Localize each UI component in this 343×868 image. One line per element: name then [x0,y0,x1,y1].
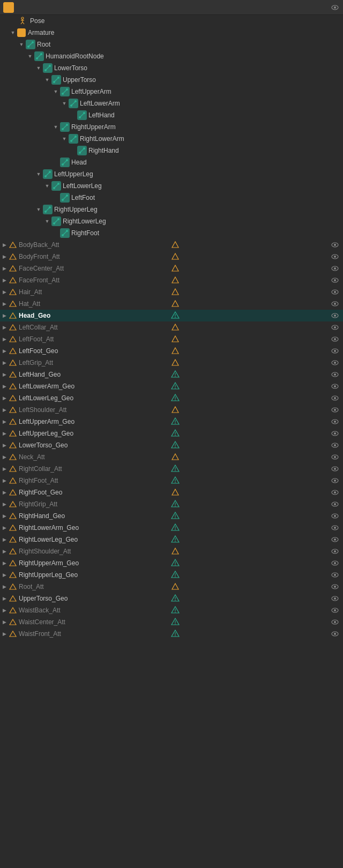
vis-icon-waistfront_att[interactable] [330,629,340,639]
expand-neck_att[interactable] [0,453,9,461]
expand-hat_att[interactable] [0,300,9,308]
expand-waistback_att[interactable] [0,606,9,615]
tree-row-waistfront_att[interactable]: WaistFront_Att [0,628,343,640]
tree-row-leftupperarm[interactable]: LeftUpperArm [0,86,343,98]
vis-icon-hat_att[interactable] [330,299,340,309]
tree-row-righthand[interactable]: RightHand [0,145,343,156]
expand-rightlowerleg_geo[interactable] [0,535,9,544]
vis-icon-waistcenter_att[interactable] [330,617,340,627]
vis-icon-rightupperarm_geo[interactable] [330,558,340,568]
tree-row-leftlowerleg[interactable]: LeftLowerLeg [0,180,343,192]
tree-row-pose[interactable]: Pose [0,15,343,27]
tree-row-leftupperarm_geo[interactable]: LeftUpperArm_Geo [0,416,343,428]
expand-rightshoulder_att[interactable] [0,547,9,556]
tree-row-rightgrip_att[interactable]: RightGrip_Att [0,498,343,510]
vis-icon-head_geo[interactable] [330,311,340,320]
expand-leftupperarm_geo[interactable] [0,417,9,426]
vis-icon-rightupperleg_geo[interactable] [330,570,340,580]
expand-rightupperleg_geo[interactable] [0,571,9,579]
vis-icon-leftlowerarm_geo[interactable] [330,381,340,391]
vis-icon-hair_att[interactable] [330,287,340,297]
tree-row-neck_att[interactable]: Neck_Att [0,451,343,463]
tree-row-rightcollar_att[interactable]: RightCollar_Att [0,463,343,475]
expand-waistcenter_att[interactable] [0,618,9,626]
expand-leftfoot_geo[interactable] [0,347,9,355]
tree-row-bodyback_att[interactable]: BodyBack_Att [0,239,343,251]
tree-row-rightfoot_att[interactable]: RightFoot_Att [0,475,343,487]
tree-row-leftlowerarm[interactable]: LeftLowerArm [0,98,343,109]
tree-row-leftupperleg_geo[interactable]: LeftUpperLeg_Geo [0,428,343,439]
vis-icon-leftgrip_att[interactable] [330,358,340,368]
tree-row-hat_att[interactable]: Hat_Att [0,298,343,310]
expand-leftcollar_att[interactable] [0,323,9,332]
vis-icon-leftcollar_att[interactable] [330,323,340,332]
vis-icon-leftlowerleg_geo[interactable] [330,393,340,403]
expand-leftupperleg_geo[interactable] [0,429,9,438]
tree-row-hair_att[interactable]: Hair_Att [0,286,343,298]
vis-icon-neck_att[interactable] [330,452,340,462]
vis-icon-leftupperleg_geo[interactable] [330,429,340,438]
tree-row-facefront_att[interactable]: FaceFront_Att [0,274,343,286]
tree-row-armature[interactable]: Armature [0,27,343,39]
expand-leftfoot_att[interactable] [0,335,9,343]
tree-row-lefthand_geo[interactable]: LeftHand_Geo [0,369,343,380]
vis-icon-waistback_att[interactable] [330,605,340,615]
tree-row-leftlowerleg_geo[interactable]: LeftLowerLeg_Geo [0,392,343,404]
tree-row-rightlowerleg[interactable]: RightLowerLeg [0,215,343,227]
tree-row-uppertorso_geo[interactable]: UpperTorso_Geo [0,593,343,604]
expand-rightfoot_att[interactable] [0,476,9,485]
tree-row-leftgrip_att[interactable]: LeftGrip_Att [0,357,343,369]
tree-row-rightfoot_geo[interactable]: RightFoot_Geo [0,487,343,498]
vis-icon-leftupperarm_geo[interactable] [330,417,340,426]
vis-icon-facecenter_att[interactable] [330,264,340,273]
expand-leftupperarm[interactable] [51,87,60,96]
expand-facefront_att[interactable] [0,276,9,285]
tree-row-uppertorso[interactable]: UpperTorso [0,74,343,86]
expand-head_geo[interactable] [0,311,9,320]
tree-row-waistcenter_att[interactable]: WaistCenter_Att [0,616,343,628]
tree-row-rightlowerarm_geo[interactable]: RightLowerArm_Geo [0,522,343,534]
vis-icon-leftshoulder_att[interactable] [330,405,340,415]
expand-leftlowerarm[interactable] [60,99,69,108]
expand-leftlowerarm_geo[interactable] [0,382,9,391]
vis-icon-rightshoulder_att[interactable] [330,547,340,556]
expand-rightfoot_geo[interactable] [0,488,9,497]
tree-row-root_att[interactable]: Root_Att [0,581,343,593]
tree-row-rightlowerarm[interactable]: RightLowerArm [0,133,343,145]
expand-humanoid[interactable] [26,52,34,61]
vis-icon-rightcollar_att[interactable] [330,464,340,474]
tree-row-rightupperarm_geo[interactable]: RightUpperArm_Geo [0,557,343,569]
vis-icon-lowertorso_geo[interactable] [330,440,340,450]
expand-bodyback_att[interactable] [0,241,9,249]
tree-row-leftfoot_att[interactable]: LeftFoot_Att [0,333,343,345]
tree-row-rightupperleg_geo[interactable]: RightUpperLeg_Geo [0,569,343,581]
tree-row-rightupperleg[interactable]: RightUpperLeg [0,204,343,215]
expand-rightlowerarm[interactable] [60,134,69,143]
tree-row-leftshoulder_att[interactable]: LeftShoulder_Att [0,404,343,416]
vis-icon-root_att[interactable] [330,582,340,592]
tree-row-leftcollar_att[interactable]: LeftCollar_Att [0,321,343,333]
expand-root[interactable] [17,40,26,49]
tree-row-lowertorso[interactable]: LowerTorso [0,62,343,74]
expand-armature[interactable] [9,28,17,37]
expand-rightlowerleg[interactable] [43,217,51,226]
tree-row-leftupperleg[interactable]: LeftUpperLeg [0,168,343,180]
tree-row-rightfoot[interactable]: RightFoot [0,227,343,239]
tree-row-lowertorso_geo[interactable]: LowerTorso_Geo [0,439,343,451]
vis-icon-bodyback_att[interactable] [330,240,340,250]
tree-row-rightshoulder_att[interactable]: RightShoulder_Att [0,545,343,557]
tree-row-leftfoot_geo[interactable]: LeftFoot_Geo [0,345,343,357]
expand-bodyfront_att[interactable] [0,252,9,261]
vis-icon-leftfoot_att[interactable] [330,334,340,344]
tree-row-righthand_geo[interactable]: RightHand_Geo [0,510,343,522]
vis-icon-lefthand_geo[interactable] [330,370,340,379]
expand-lefthand_geo[interactable] [0,370,9,379]
tree-row-bodyfront_att[interactable]: BodyFront_Att [0,251,343,263]
expand-waistfront_att[interactable] [0,630,9,638]
tree-row-rightupperarm[interactable]: RightUpperArm [0,121,343,133]
expand-righthand_geo[interactable] [0,512,9,520]
tree-row-rightlowerleg_geo[interactable]: RightLowerLeg_Geo [0,534,343,545]
tree-row-lefthand[interactable]: LeftHand [0,109,343,121]
header-visibility-icon[interactable] [330,3,340,12]
expand-rightcollar_att[interactable] [0,465,9,473]
